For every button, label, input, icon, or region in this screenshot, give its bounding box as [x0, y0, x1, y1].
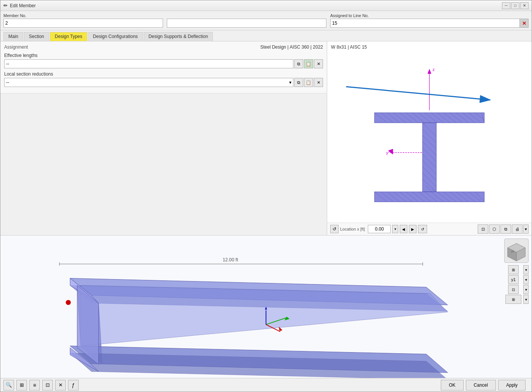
- effective-lengths-input-group: ⧉ 📋 ✕: [4, 59, 323, 68]
- effective-lengths-copy-btn[interactable]: ⧉: [294, 59, 303, 68]
- status-table-btn[interactable]: ⊡: [42, 380, 53, 390]
- status-function-btn[interactable]: ƒ: [68, 380, 79, 390]
- view-controls-row3: ⊡ ▾: [504, 285, 529, 294]
- location-input[interactable]: [368, 225, 391, 233]
- view-ctrl-grid-arrow[interactable]: ▾: [523, 295, 529, 304]
- beam-3d-svg: 12.00 ft: [0, 236, 532, 378]
- view-ctrl-btn-arrow[interactable]: ▾: [523, 265, 529, 274]
- left-empty-space: [0, 93, 327, 235]
- dropdown-arrow-icon: ▾: [289, 80, 291, 85]
- view-ctrl-y-arrow[interactable]: ▾: [523, 275, 529, 284]
- member-no-input[interactable]: [3, 19, 163, 28]
- svg-point-70: [66, 300, 71, 305]
- middle-field-group: [167, 13, 330, 28]
- view-controls-row4: ⊞ ▾: [504, 295, 529, 304]
- dialog-buttons: OK Cancel Apply: [438, 380, 529, 390]
- local-section-reductions-row: Local section reductions -- ▾ ⧉ 📋 ✕: [4, 71, 323, 87]
- view-ctrl-square-btn[interactable]: ⊡: [508, 285, 519, 294]
- assignment-title: Assignment: [4, 44, 28, 50]
- middle-input[interactable]: [167, 19, 326, 28]
- svg-rect-43: [374, 191, 484, 201]
- status-search-btn[interactable]: 🔍: [3, 380, 14, 390]
- assignment-section: Assignment Steel Design | AISC 360 | 202…: [0, 41, 327, 93]
- location-bar: ↺ Location x [ft] ▾ ◀ ▶ ↺ ⊡ ⬡ ⧉ 🖨 ▾: [327, 223, 532, 235]
- local-section-reductions-label: Local section reductions: [4, 71, 323, 77]
- apply-button[interactable]: Apply: [498, 380, 526, 390]
- local-section-value: --: [6, 80, 9, 85]
- view-ctrl-y-btn[interactable]: y1: [508, 275, 519, 284]
- window-icon: ✏: [3, 3, 8, 8]
- window-title: Edit Member: [10, 3, 36, 8]
- bottom-3d-view: y1 ⊞ ▾ y1 ▾ ⊡ ▾: [0, 235, 532, 378]
- effective-lengths-label: Effective lengths: [4, 53, 323, 58]
- maximize-button[interactable]: □: [511, 2, 519, 9]
- ok-button[interactable]: OK: [441, 380, 463, 390]
- effective-lengths-row: Effective lengths ⧉ 📋 ✕: [4, 53, 323, 68]
- status-filter-btn[interactable]: ✕: [55, 380, 66, 390]
- status-bar: 🔍 ⊞ ≡ ⊡ ✕ ƒ OK Cancel Apply: [0, 378, 532, 392]
- title-bar: ✏ Edit Member ─ □ ✕: [0, 0, 532, 11]
- tabs-row: Main Section Design Types Design Configu…: [0, 30, 532, 41]
- right-panel: W 8x31 | AISC 15: [327, 41, 532, 235]
- local-section-delete-btn[interactable]: ✕: [314, 78, 323, 87]
- tab-design-supports-deflection[interactable]: Design Supports & Deflection: [144, 32, 213, 41]
- location-label: Location x [ft]: [340, 227, 365, 231]
- member-no-group: Member No.: [3, 13, 167, 28]
- assigned-clear-button[interactable]: ✕: [519, 19, 529, 28]
- location-prev-btn[interactable]: ◀: [400, 225, 407, 233]
- section-print-arrow-btn[interactable]: ▾: [523, 224, 529, 234]
- status-list-btn[interactable]: ≡: [29, 380, 40, 390]
- effective-lengths-delete-btn[interactable]: ✕: [314, 59, 323, 68]
- section-fit-btn[interactable]: ⊡: [478, 224, 488, 234]
- svg-rect-9: [374, 112, 484, 122]
- view-ctrl-btn-1[interactable]: ⊞: [508, 265, 519, 274]
- svg-text:12.00 ft: 12.00 ft: [223, 257, 238, 262]
- member-fields-row: Member No. Assigned to Line No. ✕: [0, 11, 532, 30]
- close-button[interactable]: ✕: [520, 2, 529, 9]
- location-next-btn[interactable]: ▶: [409, 225, 416, 233]
- view-controls-row1: ⊞ ▾: [504, 265, 529, 274]
- location-icon: ↺: [330, 225, 339, 233]
- svg-rect-29: [423, 123, 436, 192]
- tab-section[interactable]: Section: [24, 32, 49, 41]
- minimize-button[interactable]: ─: [502, 2, 510, 9]
- svg-marker-8: [388, 149, 393, 154]
- assigned-group: Assigned to Line No. ✕: [330, 13, 529, 28]
- viewport-controls: y1 ⊞ ▾ y1 ▾ ⊡ ▾: [504, 239, 529, 304]
- svg-text:y: y: [386, 150, 388, 155]
- local-section-copy-btn[interactable]: ⧉: [294, 78, 303, 87]
- assignment-header: Assignment Steel Design | AISC 360 | 202…: [4, 44, 323, 50]
- title-controls: ─ □ ✕: [502, 2, 529, 9]
- section-copy-btn[interactable]: ⧉: [500, 224, 511, 234]
- status-grid-btn[interactable]: ⊞: [16, 380, 27, 390]
- svg-marker-74: [81, 285, 448, 346]
- section-3d-btn[interactable]: ⬡: [489, 224, 500, 234]
- edit-member-window: ✏ Edit Member ─ □ ✕ Member No. Assigned …: [0, 0, 532, 392]
- section-print-btn[interactable]: 🖨: [512, 224, 522, 234]
- tab-design-types[interactable]: Design Types: [50, 32, 87, 41]
- svg-text:z: z: [432, 67, 435, 71]
- view-ctrl-square-arrow[interactable]: ▾: [523, 285, 529, 294]
- view-cube[interactable]: y1: [504, 239, 529, 263]
- dropdown-arrow-btn[interactable]: ▾: [392, 225, 398, 233]
- effective-lengths-input[interactable]: [4, 59, 293, 68]
- local-section-reductions-input-group: -- ▾ ⧉ 📋 ✕: [4, 78, 323, 87]
- view-ctrl-grid-btn[interactable]: ⊞: [505, 295, 521, 304]
- svg-marker-7: [428, 69, 431, 74]
- member-no-label: Member No.: [3, 13, 167, 18]
- cancel-button[interactable]: Cancel: [466, 380, 496, 390]
- location-reset-btn[interactable]: ↺: [418, 225, 427, 233]
- effective-lengths-paste-btn[interactable]: 📋: [304, 59, 313, 68]
- section-title: W 8x31 | AISC 15: [331, 44, 367, 50]
- view-controls-row2: y1 ▾: [504, 275, 529, 284]
- svg-text:y1: y1: [511, 250, 514, 253]
- assigned-label: Assigned to Line No.: [330, 13, 529, 18]
- assigned-input[interactable]: [330, 19, 529, 28]
- local-section-paste-btn[interactable]: 📋: [304, 78, 313, 87]
- tab-main[interactable]: Main: [3, 32, 23, 41]
- section-svg: z y: [345, 60, 514, 204]
- title-bar-left: ✏ Edit Member: [3, 3, 36, 8]
- left-panel: Assignment Steel Design | AISC 360 | 202…: [0, 41, 327, 235]
- tab-design-configurations[interactable]: Design Configurations: [88, 32, 143, 41]
- section-display: W 8x31 | AISC 15: [327, 41, 532, 223]
